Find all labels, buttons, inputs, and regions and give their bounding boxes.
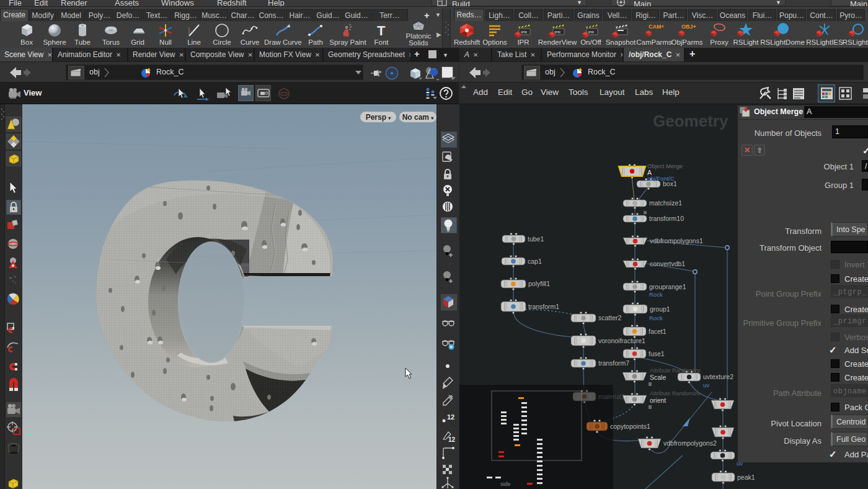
svg-text:obj/Font/C: obj/Font/C	[647, 175, 675, 182]
svg-text:Geometry: Geometry	[653, 112, 728, 130]
svg-text:voronoifracture1: voronoifracture1	[598, 337, 645, 344]
svg-text:OBJ+: OBJ+	[681, 24, 696, 30]
svg-text:uvtexture2: uvtexture2	[703, 373, 733, 380]
svg-text:material1: material1	[598, 393, 625, 400]
svg-text:Rock: Rock	[649, 315, 663, 321]
svg-text:matchsize1: matchsize1	[649, 199, 682, 207]
svg-text:fuse1: fuse1	[649, 350, 665, 357]
svg-text:polyfill1: polyfill1	[528, 280, 550, 287]
svg-text:CAM+: CAM+	[649, 24, 663, 30]
svg-text:IPR: IPR	[521, 30, 528, 34]
svg-text:scatter2: scatter2	[598, 314, 622, 321]
svg-text:vdbfrompolygons2: vdbfrompolygons2	[663, 439, 717, 447]
svg-text:Rock: Rock	[649, 291, 663, 298]
svg-text:peak1: peak1	[737, 473, 755, 481]
svg-text:cap1: cap1	[528, 258, 542, 265]
svg-text:vdbfrompolygons1: vdbfrompolygons1	[650, 237, 703, 244]
svg-text:12: 12	[448, 436, 456, 443]
svg-text:IPR: IPR	[554, 30, 561, 34]
svg-text:copytopoints1: copytopoints1	[610, 423, 650, 430]
svg-text:group1: group1	[650, 305, 670, 313]
svg-text:orient: orient	[650, 397, 666, 404]
svg-text:12: 12	[447, 413, 454, 421]
svg-text:side: side	[500, 481, 511, 487]
svg-text:tube1: tube1	[528, 235, 544, 243]
svg-text:Object Merge: Object Merge	[647, 163, 683, 169]
svg-text:transform1: transform1	[528, 303, 559, 310]
svg-text:transform10: transform10	[649, 215, 684, 222]
svg-text:IPR: IPR	[588, 30, 595, 34]
svg-text:Attribute Randomize: Attribute Randomize	[650, 367, 701, 374]
svg-text:Scale: Scale	[650, 374, 666, 381]
svg-text:uv: uv	[703, 382, 709, 388]
svg-text:convertvdb1: convertvdb1	[650, 260, 685, 267]
svg-text:transform7: transform7	[598, 359, 629, 367]
svg-text:grouprange1: grouprange1	[649, 283, 686, 290]
svg-text:facet1: facet1	[649, 328, 666, 335]
svg-text:Attribute Randomize: Attribute Randomize	[650, 390, 701, 397]
svg-text:T: T	[377, 23, 386, 38]
